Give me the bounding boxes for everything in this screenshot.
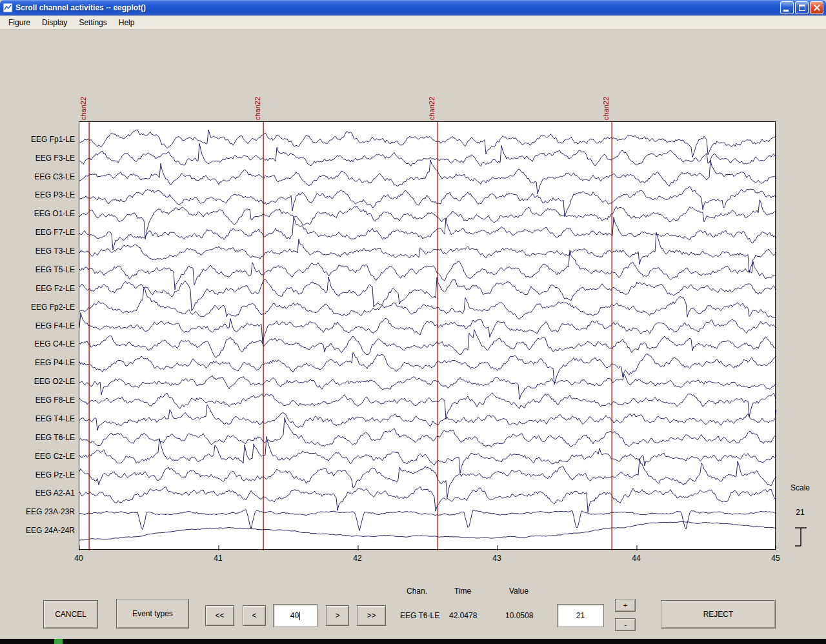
eeg-trace[interactable] bbox=[79, 217, 776, 250]
channel-label: EEG F7-LE bbox=[3, 228, 75, 237]
figure-window-icon bbox=[3, 3, 13, 13]
chan-header: Chan. bbox=[407, 587, 427, 596]
event-marker-label: chan22 bbox=[253, 90, 263, 120]
x-tick-label: 45 bbox=[771, 554, 780, 563]
event-marker-label: chan22 bbox=[601, 90, 611, 120]
eeg-trace[interactable] bbox=[79, 250, 776, 290]
eeg-trace[interactable] bbox=[79, 352, 776, 384]
step-forward-button[interactable]: > bbox=[326, 605, 349, 626]
restore-icon bbox=[799, 5, 805, 11]
scale-label: Scale bbox=[781, 483, 820, 492]
scale-input[interactable]: 21 bbox=[557, 604, 604, 627]
taskbar-edge bbox=[0, 639, 826, 644]
chan-readout: EEG T6-LE bbox=[400, 611, 439, 620]
channel-label: EEG T5-LE bbox=[3, 265, 75, 274]
eeg-trace[interactable] bbox=[79, 160, 776, 194]
channel-label: EEG P3-LE bbox=[3, 190, 75, 199]
scale-input-value: 21 bbox=[576, 611, 585, 620]
event-marker-label: chan22 bbox=[427, 90, 437, 120]
page-forward-button[interactable]: >> bbox=[357, 605, 386, 626]
eeg-trace[interactable] bbox=[79, 130, 776, 157]
eeg-trace[interactable] bbox=[79, 393, 776, 419]
channel-label: EEG O1-LE bbox=[3, 209, 75, 218]
menu-help[interactable]: Help bbox=[113, 16, 141, 29]
eeg-plot[interactable] bbox=[79, 121, 776, 550]
eeg-trace[interactable] bbox=[79, 405, 776, 430]
channel-label: EEG T6-LE bbox=[3, 433, 75, 442]
eeg-plot-canvas[interactable] bbox=[79, 122, 776, 550]
eeg-trace[interactable] bbox=[79, 313, 776, 343]
menu-display[interactable]: Display bbox=[36, 16, 73, 29]
channel-label: EEG C4-LE bbox=[3, 339, 75, 348]
value-header: Value bbox=[509, 587, 529, 596]
channel-label: EEG A2-A1 bbox=[3, 488, 75, 498]
channel-label: EEG C3-LE bbox=[3, 172, 75, 181]
menu-figure[interactable]: Figure bbox=[3, 16, 36, 29]
time-header: Time bbox=[454, 587, 471, 596]
menu-settings[interactable]: Settings bbox=[73, 16, 112, 29]
reject-button[interactable]: REJECT bbox=[661, 600, 776, 629]
eeg-trace[interactable] bbox=[79, 330, 776, 357]
page-back-button[interactable]: << bbox=[205, 605, 234, 626]
eeg-trace[interactable] bbox=[79, 186, 776, 216]
event-marker-label: chan22 bbox=[79, 90, 88, 120]
eeg-trace[interactable] bbox=[79, 144, 776, 166]
scale-indicator-icon bbox=[792, 524, 809, 550]
eeg-trace[interactable] bbox=[79, 200, 776, 239]
titlebar[interactable]: Scroll channel activities -- eegplot() bbox=[0, 0, 826, 15]
channel-label: EEG O2-LE bbox=[3, 377, 75, 386]
channel-label: EEG Fp1-LE bbox=[3, 135, 75, 144]
channel-label: EEG Fp2-LE bbox=[3, 303, 75, 312]
channel-label: EEG F8-LE bbox=[3, 396, 75, 405]
x-tick-label: 41 bbox=[214, 554, 222, 563]
eeg-trace[interactable] bbox=[79, 374, 776, 399]
channel-label: EEG 23A-23R bbox=[3, 507, 75, 516]
x-tick-label: 40 bbox=[74, 554, 83, 563]
eeg-trace[interactable] bbox=[79, 232, 776, 272]
eeg-trace[interactable] bbox=[79, 487, 776, 512]
x-tick-label: 42 bbox=[353, 554, 361, 563]
eeg-trace[interactable] bbox=[79, 436, 776, 473]
channel-label: EEG F4-LE bbox=[3, 321, 75, 330]
x-tick-label: 43 bbox=[492, 554, 501, 563]
channel-label: EEG Pz-LE bbox=[3, 470, 75, 479]
cancel-button[interactable]: CANCEL bbox=[43, 600, 98, 629]
minimize-icon bbox=[783, 10, 789, 12]
time-input-value: 40 bbox=[290, 611, 299, 620]
menubar: Figure Display Settings Help bbox=[0, 15, 826, 30]
time-input[interactable]: 40 bbox=[273, 604, 317, 627]
close-button[interactable] bbox=[810, 1, 823, 14]
scale-down-button[interactable]: - bbox=[615, 618, 636, 631]
channel-label: EEG Cz-LE bbox=[3, 452, 75, 461]
start-button-edge bbox=[54, 639, 63, 644]
channel-label: EEG 24A-24R bbox=[3, 526, 75, 535]
eeg-trace[interactable] bbox=[79, 510, 776, 531]
channel-label: EEG T3-LE bbox=[3, 247, 75, 256]
channel-label: EEG F3-LE bbox=[3, 154, 75, 163]
scale-value: 21 bbox=[781, 508, 820, 517]
step-back-button[interactable]: < bbox=[243, 605, 266, 626]
channel-label: EEG Fz-LE bbox=[3, 284, 75, 293]
restore-button[interactable] bbox=[795, 1, 809, 14]
value-readout: 10.0508 bbox=[505, 611, 533, 620]
x-tick-label: 44 bbox=[632, 554, 640, 563]
minimize-button[interactable] bbox=[780, 1, 794, 14]
channel-label: EEG T4-LE bbox=[3, 414, 75, 423]
window-title: Scroll channel activities -- eegplot() bbox=[15, 3, 779, 12]
scale-up-button[interactable]: + bbox=[615, 599, 636, 612]
channel-label: EEG P4-LE bbox=[3, 358, 75, 367]
text-caret bbox=[299, 612, 300, 620]
eeg-trace[interactable] bbox=[79, 287, 776, 319]
eeg-trace[interactable] bbox=[79, 521, 776, 540]
event-types-button[interactable]: Event types bbox=[116, 599, 189, 629]
window-buttons bbox=[779, 1, 823, 14]
time-readout: 42.0478 bbox=[449, 611, 477, 620]
eeg-trace[interactable] bbox=[79, 277, 776, 311]
